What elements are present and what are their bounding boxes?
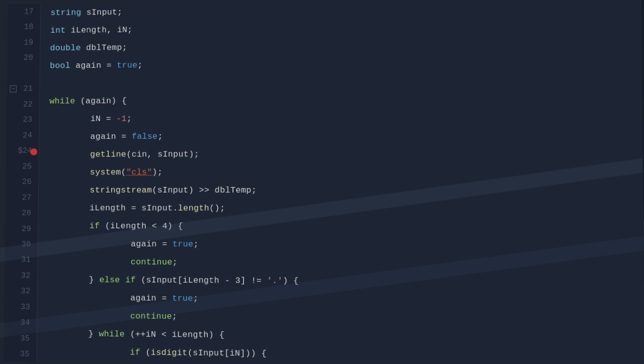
bool-literal: false bbox=[132, 132, 158, 141]
code-text bbox=[49, 149, 90, 159]
code-line: continue; bbox=[48, 252, 644, 273]
bool-literal: true bbox=[172, 293, 193, 303]
code-line: if (iLength < 4) { bbox=[48, 217, 643, 236]
code-text: ; bbox=[173, 257, 178, 267]
code-text: iLength, iN; bbox=[65, 25, 132, 35]
code-text: ; bbox=[193, 239, 199, 249]
code-text: iLength = sInput. bbox=[48, 203, 178, 213]
code-line: again = true; bbox=[48, 235, 643, 255]
code-line: iLength = sInput.length(); bbox=[48, 199, 643, 218]
code-text: sInput; bbox=[81, 8, 122, 17]
code-line: getline(cin, sInput); bbox=[49, 144, 642, 163]
line-number: 32 bbox=[4, 284, 37, 300]
code-text: again = bbox=[47, 293, 172, 303]
code-text: (sInput[iN])) { bbox=[188, 348, 267, 358]
line-number: 34 bbox=[4, 315, 37, 331]
code-content: string sInput; int iLength, iN; double d… bbox=[37, 0, 644, 364]
keyword-type: int bbox=[50, 26, 66, 35]
code-text: dblTemp; bbox=[81, 43, 127, 52]
function-name: isdigit bbox=[151, 347, 188, 357]
code-text: again = bbox=[48, 239, 173, 249]
line-number: 30 bbox=[5, 237, 38, 252]
keyword-while: while bbox=[49, 96, 75, 106]
line-number: 21 − bbox=[7, 81, 40, 97]
code-text: (cin, sInput); bbox=[126, 149, 199, 159]
line-number: 28 bbox=[5, 206, 38, 221]
line-number: $24 bbox=[6, 143, 39, 159]
line-number: 22 bbox=[7, 97, 39, 112]
code-text: ( bbox=[121, 167, 126, 177]
code-text: (again) { bbox=[75, 96, 127, 106]
code-text: ) { bbox=[283, 276, 299, 286]
code-text: ; bbox=[127, 114, 132, 123]
bool-literal: true bbox=[173, 239, 194, 249]
code-text: ; bbox=[172, 311, 178, 321]
breakpoint-indicator[interactable] bbox=[30, 148, 37, 155]
function-name: system bbox=[90, 167, 121, 177]
code-text: ; bbox=[157, 132, 163, 141]
keyword-continue: continue bbox=[47, 311, 172, 321]
code-text: (); bbox=[209, 203, 225, 213]
line-number: 17 bbox=[8, 4, 41, 20]
code-line: iN = -1; bbox=[49, 108, 642, 128]
code-text: ( bbox=[140, 347, 151, 357]
keyword-type: double bbox=[50, 43, 81, 53]
line-number: 31 bbox=[5, 252, 37, 268]
function-name: getline bbox=[90, 149, 126, 159]
line-number: 32 bbox=[5, 268, 37, 284]
code-text: (iLength < 4) { bbox=[100, 221, 183, 231]
bool-literal: true bbox=[117, 60, 137, 70]
code-line bbox=[50, 71, 642, 92]
code-text: again = bbox=[70, 60, 117, 70]
line-number: 18 bbox=[8, 19, 40, 35]
keyword-continue: continue bbox=[48, 257, 173, 267]
line-number: 24 bbox=[6, 128, 39, 143]
code-text: } bbox=[47, 329, 99, 339]
code-text: } bbox=[47, 275, 99, 284]
char-literal: '.' bbox=[267, 276, 283, 285]
line-number: 33 bbox=[4, 299, 37, 315]
code-line: again = false; bbox=[49, 126, 642, 145]
line-number-gutter: 17 18 19 20 21 − 22 23 24 $24 25 26 27 2… bbox=[4, 4, 41, 362]
code-editor: 17 18 19 20 21 − 22 23 24 $24 25 26 27 2… bbox=[4, 0, 644, 364]
code-text: (++iN < iLength) { bbox=[125, 329, 224, 340]
keyword-if: if bbox=[47, 346, 140, 357]
code-text: again = bbox=[49, 132, 132, 141]
code-line: while (again) { bbox=[49, 89, 642, 110]
line-number: 35 bbox=[4, 346, 37, 362]
code-text: ); bbox=[152, 167, 163, 177]
code-text: (sInput) >> dblTemp; bbox=[152, 185, 257, 195]
line-number: 35 bbox=[4, 331, 37, 347]
code-text: ; bbox=[193, 294, 199, 303]
line-number: 20 bbox=[7, 50, 40, 66]
code-text bbox=[48, 185, 90, 195]
keyword-else-if: else if bbox=[99, 275, 136, 285]
fold-icon[interactable]: − bbox=[10, 85, 17, 93]
string-literal: "cls" bbox=[126, 167, 152, 177]
line-number: 19 bbox=[8, 35, 40, 50]
code-line: stringstream(sInput) >> dblTemp; bbox=[48, 181, 643, 200]
code-text: iN = bbox=[49, 114, 116, 123]
keyword-while: while bbox=[99, 329, 125, 338]
line-number: 23 bbox=[7, 112, 39, 128]
code-text: (sInput[iLength - 3] != bbox=[136, 275, 267, 285]
code-line: system("cls"); bbox=[49, 162, 643, 181]
line-number bbox=[7, 66, 40, 81]
function-name: stringstream bbox=[90, 185, 152, 195]
line-number: 27 bbox=[6, 190, 38, 206]
keyword-type: bool bbox=[50, 61, 70, 70]
function-name: length bbox=[178, 203, 209, 213]
keyword-if: if bbox=[48, 221, 100, 230]
line-number: 29 bbox=[5, 221, 38, 237]
number-literal: -1 bbox=[116, 114, 127, 123]
line-number: 25 bbox=[6, 159, 39, 174]
line-number: 26 bbox=[6, 174, 38, 190]
keyword-type: string bbox=[50, 8, 81, 17]
code-text: ; bbox=[137, 60, 142, 70]
code-text bbox=[49, 167, 90, 177]
